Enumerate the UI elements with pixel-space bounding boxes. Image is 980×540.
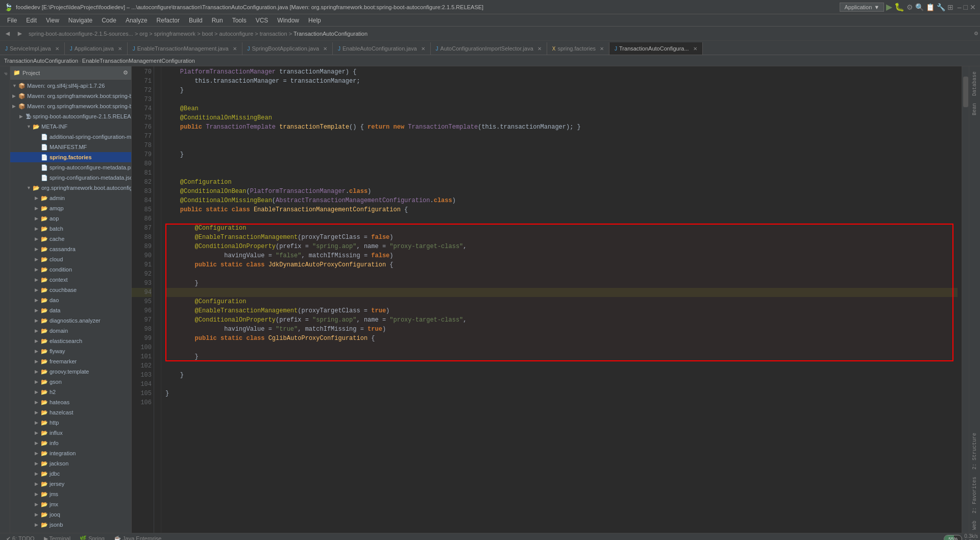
tree-item-info[interactable]: ▶📂info — [10, 438, 131, 448]
close-icon[interactable]: ✕ — [421, 46, 425, 52]
menu-edit[interactable]: Edit — [22, 16, 41, 25]
tab-serviceimpl[interactable]: J ServiceImpl.java ✕ — [0, 42, 65, 55]
tree-item-batch[interactable]: ▶📂batch — [10, 224, 131, 234]
breadcrumb-child[interactable]: EnableTransactionManagementConfiguration — [82, 58, 195, 64]
close-icon[interactable]: ✕ — [600, 46, 604, 52]
editor-scrollbar[interactable] — [962, 66, 969, 533]
scrollbar-thumb[interactable] — [963, 77, 968, 107]
tree-item-hateoas[interactable]: ▶📂hateoas — [10, 397, 131, 407]
menu-refactor[interactable]: Refactor — [153, 16, 184, 25]
tree-item-jdbc[interactable]: ▶📂jdbc — [10, 469, 131, 479]
terminal-tab[interactable]: ▶ Terminal — [40, 534, 75, 540]
maximize-btn[interactable]: □ — [964, 3, 968, 11]
settings-icon[interactable]: ⚙ — [974, 30, 978, 37]
structure-tab[interactable]: 2: Structure — [971, 430, 978, 473]
tree-item[interactable]: ▼ 📂 META-INF — [10, 121, 131, 132]
tree-item-dao[interactable]: ▶📂dao — [10, 295, 131, 305]
menu-analyze[interactable]: Analyze — [121, 16, 152, 25]
menu-run[interactable]: Run — [208, 16, 227, 25]
todo-tab[interactable]: ✔ 6: TODO — [2, 534, 39, 540]
gear-icon[interactable]: ⚙ — [123, 69, 128, 76]
project-tab-icon[interactable]: P — [3, 70, 8, 77]
database-tab[interactable]: Database — [971, 68, 978, 99]
menu-view[interactable]: View — [42, 16, 63, 25]
code-content[interactable]: PlatformTransactionManager transactionMa… — [161, 66, 962, 533]
code-line-88: @EnableTransactionManagement(proxyTarget… — [165, 233, 958, 242]
tab-transactionautoconfig[interactable]: J TransactionAutoConfigura... ✕ — [609, 42, 703, 55]
close-icon[interactable]: ✕ — [118, 46, 122, 52]
close-btn[interactable]: ✕ — [970, 3, 976, 11]
debug-btn[interactable]: 🐛 — [894, 2, 904, 12]
tab-springbootapp[interactable]: J SpringBootApplication.java ✕ — [242, 42, 333, 55]
tree-item-domain[interactable]: ▶📂domain — [10, 326, 131, 336]
tree-item-cloud[interactable]: ▶📂cloud — [10, 254, 131, 264]
java-enterprise-tab[interactable]: ☕ Java Enterprise — [110, 534, 165, 540]
tree-item-freemarker[interactable]: ▶📂freemarker — [10, 356, 131, 366]
bean-tab[interactable]: Bean — [971, 100, 978, 118]
application-dropdown[interactable]: Application ▼ — [840, 3, 884, 12]
tab-spring-factories[interactable]: X spring.factories ✕ — [547, 42, 609, 55]
run-btn[interactable]: ▶ — [886, 2, 892, 12]
tree-item-amqp[interactable]: ▶📂amqp — [10, 203, 131, 213]
tree-item-http[interactable]: ▶📂http — [10, 418, 131, 428]
back-btn[interactable]: ◀ — [2, 28, 13, 39]
tab-enabletransaction[interactable]: J EnableTransactionManagement.java ✕ — [128, 42, 242, 55]
tree-item-aop[interactable]: ▶📂aop — [10, 213, 131, 224]
tree-item-influx[interactable]: ▶📂influx — [10, 428, 131, 438]
tree-item-context[interactable]: ▶📂context — [10, 275, 131, 285]
tree-item-jms[interactable]: ▶📂jms — [10, 489, 131, 499]
tree-item[interactable]: ▶ 📦 Maven: org.springframework.boot:spri… — [10, 101, 131, 111]
tab-enableautoconfig[interactable]: J EnableAutoConfiguration.java ✕ — [333, 42, 431, 55]
close-icon[interactable]: ✕ — [233, 46, 237, 52]
menu-vcs[interactable]: VCS — [252, 16, 273, 25]
tree-item-hazelcast[interactable]: ▶📂hazelcast — [10, 407, 131, 418]
close-icon[interactable]: ✕ — [537, 46, 542, 52]
tree-item[interactable]: ▶ 🗜 spring-boot-autoconfigure-2.1.5.RELE… — [10, 111, 131, 121]
favorites-tab[interactable]: 2: Favorites — [971, 474, 978, 517]
tab-application[interactable]: J Application.java ✕ — [65, 42, 128, 55]
tree-item-elasticsearch[interactable]: ▶📂elasticsearch — [10, 336, 131, 346]
tree-item-h2[interactable]: ▶📂h2 — [10, 387, 131, 397]
tree-item[interactable]: 📄 MANIFEST.MF — [10, 142, 131, 152]
tree-item-integration[interactable]: ▶📂integration — [10, 448, 131, 458]
tree-item[interactable]: ▼ 📂 org.springframework.boot.autoconfig.… — [10, 183, 131, 193]
tree-item-couchbase[interactable]: ▶📂couchbase — [10, 285, 131, 295]
menu-code[interactable]: Code — [97, 16, 120, 25]
tree-item[interactable]: ▼ 📦 Maven: org.slf4j:slf4j-api:1.7.26 — [10, 81, 131, 91]
code-container[interactable]: 70 71 72 73 74 75 76 77 78 79 80 81 82 8… — [132, 66, 969, 533]
close-icon[interactable]: ✕ — [693, 46, 697, 52]
close-icon[interactable]: ✕ — [323, 46, 327, 52]
tree-item[interactable]: 📄 additional-spring-configuration-meta..… — [10, 132, 131, 142]
menu-file[interactable]: File — [3, 16, 21, 25]
tree-item[interactable]: ▶ 📦 Maven: org.springframework.boot:spri… — [10, 91, 131, 101]
menu-build[interactable]: Build — [185, 16, 207, 25]
tree-item-condition[interactable]: ▶📂condition — [10, 264, 131, 275]
menu-help[interactable]: Help — [304, 16, 325, 25]
tree-item-cache[interactable]: ▶📂cache — [10, 234, 131, 244]
menu-tools[interactable]: Tools — [228, 16, 251, 25]
minimize-btn[interactable]: – — [958, 3, 962, 11]
menu-window[interactable]: Window — [273, 16, 303, 25]
web-tab[interactable]: Web — [971, 518, 978, 533]
forward-btn[interactable]: ▶ — [14, 28, 26, 39]
tree-item-groovy[interactable]: ▶📂groovy.template — [10, 366, 131, 377]
tree-item-data[interactable]: ▶📂data — [10, 305, 131, 315]
tree-item-jsonb[interactable]: ▶📂jsonb — [10, 520, 131, 530]
spring-tab[interactable]: 🌿 Spring — [76, 534, 109, 540]
tree-item-jooq[interactable]: ▶📂jooq — [10, 509, 131, 520]
tree-item-cassandra[interactable]: ▶📂cassandra — [10, 244, 131, 254]
tree-item[interactable]: 📄 spring-configuration-metadata.json — [10, 173, 131, 183]
tree-item-jmx[interactable]: ▶📂jmx — [10, 499, 131, 509]
tree-item-jackson[interactable]: ▶📂jackson — [10, 458, 131, 469]
breadcrumb-root[interactable]: TransactionAutoConfiguration — [4, 58, 78, 64]
tree-item-flyway[interactable]: ▶📂flyway — [10, 346, 131, 356]
tree-item[interactable]: 📄 spring-autoconfigure-metadata.prop... — [10, 162, 131, 173]
tree-item-spring-factories[interactable]: 📄 spring.factories — [10, 152, 131, 162]
close-icon[interactable]: ✕ — [55, 46, 59, 52]
tree-item-admin[interactable]: ▶📂admin — [10, 193, 131, 203]
tree-item-jersey[interactable]: ▶📂jersey — [10, 479, 131, 489]
menu-navigate[interactable]: Navigate — [64, 16, 96, 25]
tab-autoconfigimport[interactable]: J AutoConfigurationImportSelector.java ✕ — [431, 42, 547, 55]
tree-item-gson[interactable]: ▶📂gson — [10, 377, 131, 387]
tree-item-diagnostics[interactable]: ▶📂diagnostics.analyzer — [10, 315, 131, 326]
